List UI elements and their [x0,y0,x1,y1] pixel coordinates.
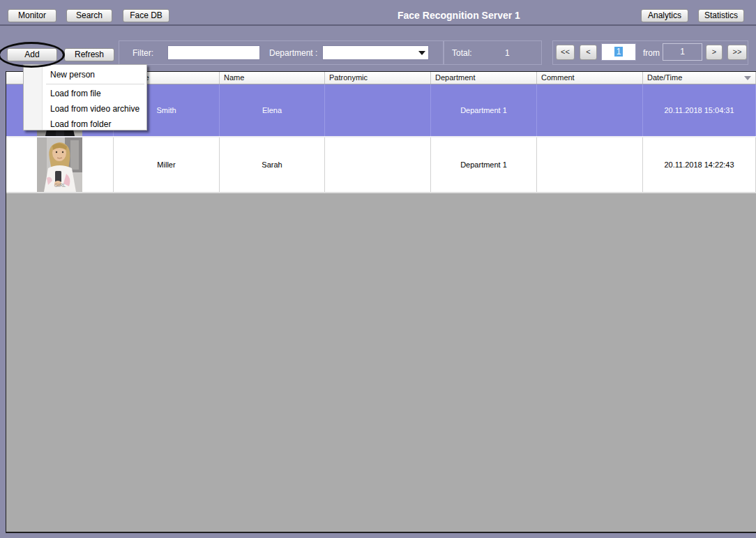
total-pages-box: 1 [663,43,702,61]
page-number-selected-text: 1 [614,47,623,57]
add-button[interactable]: Add [7,48,57,61]
sort-arrow-icon[interactable] [744,76,751,80]
table-area: Surname Name Patronymic Department Comme… [6,71,756,533]
total-value: 1 [505,48,510,58]
filter-label: Filter: [133,48,153,58]
total-label: Total: [452,48,472,58]
analytics-button[interactable]: Analytics [641,9,688,22]
person-photo-cell: GIRL [6,137,114,192]
header-department[interactable]: Department [431,72,537,84]
cell-department: Department 1 [431,84,537,136]
header-datetime[interactable]: Date/Time [643,72,756,84]
filter-input[interactable] [167,45,260,60]
page-title: Face Recognition Server 1 [398,10,520,21]
header-name[interactable]: Name [220,72,325,84]
menu-item-load-from-file[interactable]: Load from file [24,86,146,101]
table-row[interactable]: GIRL Miller Sarah Department 1 20.11.201… [6,137,756,193]
cell-name: Sarah [220,137,325,192]
header-datetime-label: Date/Time [647,73,682,82]
department-select[interactable] [322,45,429,60]
department-label: Department : [269,48,317,58]
header-patronymic[interactable]: Patronymic [325,72,431,84]
cell-name: Elena [220,84,325,136]
from-label: from [643,48,660,58]
page-number-input[interactable]: 1 [601,43,636,61]
next-page-button[interactable]: > [706,45,723,60]
cell-department: Department 1 [431,137,537,192]
cell-patronymic [325,137,431,192]
add-dropdown-menu: New person Load from file Load from vide… [23,64,147,130]
cell-comment [537,84,643,136]
header-comment[interactable]: Comment [537,72,643,84]
top-navbar: Monitor Search Face DB Face Recognition … [0,0,756,26]
dropdown-arrow-icon[interactable] [418,51,425,55]
cell-comment [537,137,643,192]
search-button[interactable]: Search [66,9,112,22]
first-page-button[interactable]: << [556,45,575,60]
refresh-button[interactable]: Refresh [64,48,114,61]
menu-item-load-from-folder[interactable]: Load from folder [24,117,146,132]
face-db-button[interactable]: Face DB [123,9,169,22]
last-page-button[interactable]: >> [727,45,747,60]
cell-datetime: 20.11.2018 15:04:31 [643,84,756,136]
photo-shirt-text: GIRL [54,183,66,188]
person-photo: GIRL [37,137,82,192]
menu-item-load-from-video-archive[interactable]: Load from video archive [24,101,146,117]
cell-surname: Miller [114,137,220,192]
monitor-button[interactable]: Monitor [8,9,56,22]
menu-item-new-person[interactable]: New person [24,67,146,82]
prev-page-button[interactable]: < [580,45,597,60]
cell-datetime: 20.11.2018 14:22:43 [643,137,756,192]
cell-patronymic [325,84,431,136]
menu-separator [46,84,144,84]
face-recognition-app: { "app": { "title": "Face Recognition Se… [0,0,756,538]
statistics-button[interactable]: Statistics [698,9,744,22]
